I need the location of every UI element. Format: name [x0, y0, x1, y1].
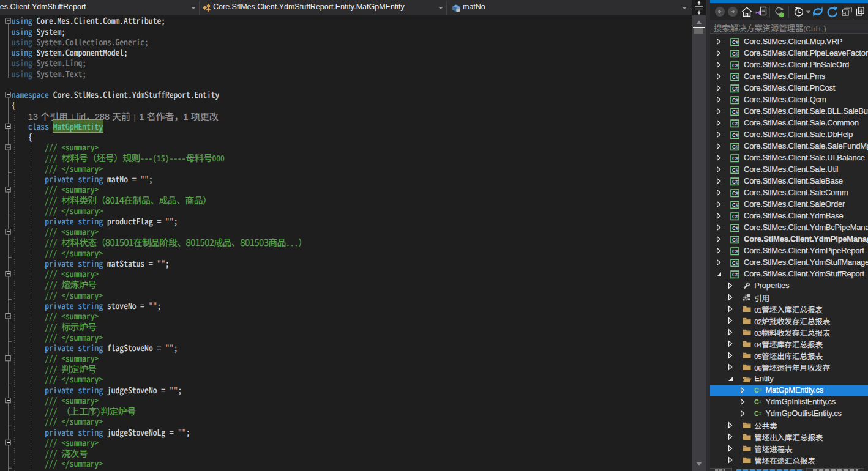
svg-text:C#: C#	[732, 213, 739, 220]
svg-text:C#: C#	[732, 97, 739, 103]
svg-text:C#: C#	[732, 51, 739, 57]
svg-text:C#: C#	[732, 167, 739, 173]
svg-text:C#: C#	[732, 144, 739, 150]
svg-text:C: C	[754, 398, 759, 406]
svg-text:C#: C#	[732, 109, 739, 115]
svg-text:C#: C#	[732, 74, 739, 80]
svg-text:C#: C#	[732, 237, 739, 243]
svg-text:#: #	[759, 410, 762, 416]
svg-text:C#: C#	[732, 132, 739, 138]
svg-text:C#: C#	[732, 202, 739, 208]
svg-text:C: C	[754, 387, 759, 394]
svg-text:C#: C#	[732, 260, 739, 266]
svg-text:C#: C#	[732, 86, 739, 92]
svg-text:C#: C#	[732, 248, 739, 254]
svg-text:C#: C#	[732, 121, 739, 127]
svg-text:C#: C#	[732, 225, 739, 231]
svg-text:C: C	[754, 410, 759, 417]
svg-text:C#: C#	[732, 272, 739, 278]
svg-text:C#: C#	[732, 155, 739, 161]
svg-text:C#: C#	[732, 190, 739, 196]
svg-text:C#: C#	[732, 39, 739, 45]
svg-text:#: #	[759, 387, 762, 393]
svg-text:C#: C#	[732, 62, 739, 69]
svg-text:#: #	[759, 399, 762, 404]
svg-text:C#: C#	[732, 179, 739, 185]
